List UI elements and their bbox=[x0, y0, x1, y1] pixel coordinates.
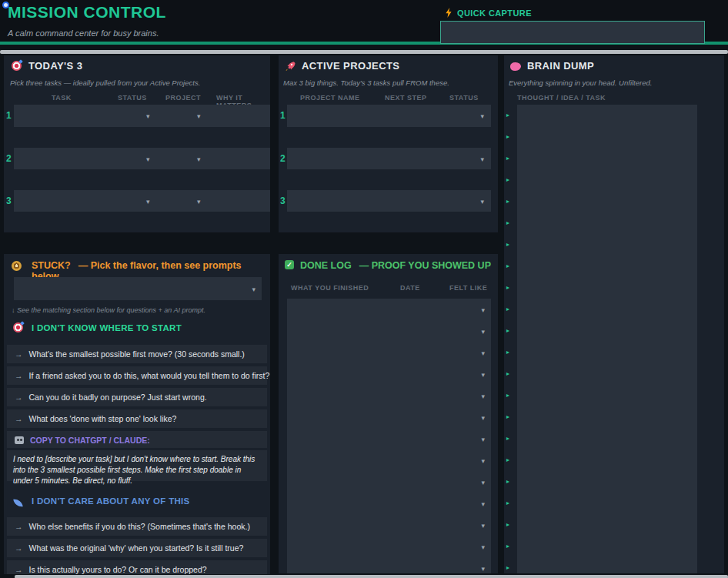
col-task: TASK bbox=[52, 94, 72, 102]
task-row-2[interactable]: ▾ ▾ bbox=[14, 148, 270, 169]
stuck-prompt: →Can you do it badly on purpose? Just st… bbox=[7, 388, 267, 406]
done-log-row[interactable]: ▾ bbox=[287, 449, 491, 471]
task-row-3[interactable]: ▾ ▾ bbox=[14, 190, 270, 212]
col-date: DATE bbox=[400, 284, 420, 292]
prompt-text: Is this actually yours to do? Or can it … bbox=[29, 565, 207, 574]
done-log-row[interactable]: ▾ bbox=[287, 471, 491, 493]
felt-like-dropdown-caret-icon[interactable]: ▾ bbox=[481, 306, 485, 314]
todays-3-subtitle: Pick three tasks — ideally pulled from y… bbox=[10, 79, 200, 87]
brain-dump-row-markers: ▸ ▸ ▸ ▸ ▸ ▸ ▸ ▸ ▸ ▸ ▸ ▸ bbox=[506, 105, 516, 573]
robot-icon bbox=[15, 436, 24, 444]
done-log-row[interactable]: ▾ bbox=[287, 406, 491, 428]
felt-like-dropdown-caret-icon[interactable]: ▾ bbox=[481, 565, 485, 573]
brain-dump-title: BRAIN DUMP bbox=[527, 60, 594, 72]
triangle-marker-icon: ▸ bbox=[506, 133, 509, 140]
row-number: 3 bbox=[280, 195, 286, 206]
col-thought-idea-task: THOUGHT / IDEA / TASK bbox=[517, 94, 606, 102]
arrow-icon: → bbox=[15, 371, 23, 380]
status-dropdown-caret-icon[interactable]: ▾ bbox=[480, 155, 484, 163]
target-icon bbox=[12, 61, 22, 71]
status-dropdown-caret-icon[interactable]: ▾ bbox=[480, 112, 484, 120]
row-marker: ▸ bbox=[506, 320, 516, 342]
quick-capture-input[interactable] bbox=[440, 21, 705, 44]
felt-like-dropdown-caret-icon[interactable]: ▾ bbox=[481, 457, 485, 465]
done-log-row[interactable]: ▾ bbox=[287, 385, 491, 406]
done-log-row[interactable]: ▾ bbox=[287, 320, 491, 342]
stuck-heading-start: I DON'T KNOW WHERE TO START bbox=[32, 323, 182, 332]
felt-like-dropdown-caret-icon[interactable]: ▾ bbox=[481, 479, 485, 486]
compass-icon bbox=[12, 261, 22, 271]
felt-like-dropdown-caret-icon[interactable]: ▾ bbox=[481, 414, 485, 422]
triangle-marker-icon: ▸ bbox=[506, 327, 509, 334]
ai-prompt-text[interactable]: I need to [describe your task] but I don… bbox=[7, 450, 267, 481]
project-dropdown-caret-icon[interactable]: ▾ bbox=[197, 155, 201, 163]
triangle-marker-icon: ▸ bbox=[506, 564, 509, 571]
col-status: STATUS bbox=[118, 94, 147, 102]
quick-capture-label: QUICK CAPTURE bbox=[457, 8, 532, 18]
done-log-title: DONE LOG— PROOF YOU SHOWED UP bbox=[300, 260, 491, 271]
row-marker: ▸ bbox=[506, 191, 516, 212]
row-marker: ▸ bbox=[506, 471, 516, 493]
col-what-you-finished: WHAT YOU FINISHED bbox=[291, 284, 369, 292]
project-row-2[interactable]: ▾ bbox=[287, 148, 491, 169]
brain-dump-subtitle: Everything spinning in your head. Unfilt… bbox=[509, 79, 652, 87]
triangle-marker-icon: ▸ bbox=[506, 456, 509, 463]
project-dropdown-caret-icon[interactable]: ▾ bbox=[197, 112, 201, 120]
done-log-row[interactable]: ▾ bbox=[287, 299, 491, 320]
felt-like-dropdown-caret-icon[interactable]: ▾ bbox=[481, 436, 485, 443]
felt-like-dropdown-caret-icon[interactable]: ▾ bbox=[481, 349, 485, 357]
horizontal-scrollbar-top[interactable] bbox=[0, 50, 728, 54]
done-log-row[interactable]: ▾ bbox=[287, 493, 491, 514]
ai-copy-label-row: COPY TO CHATGPT / CLAUDE: bbox=[7, 431, 267, 448]
done-log-row[interactable]: ▾ bbox=[287, 514, 491, 536]
row-marker: ▸ bbox=[506, 212, 516, 234]
app-header: MISSION CONTROL A calm command center fo… bbox=[0, 0, 728, 45]
done-log-row[interactable]: ▾ bbox=[287, 342, 491, 363]
triangle-marker-icon: ▸ bbox=[506, 435, 509, 442]
triangle-marker-icon: ▸ bbox=[506, 543, 509, 550]
target-icon bbox=[13, 322, 23, 332]
felt-like-dropdown-caret-icon[interactable]: ▾ bbox=[481, 522, 485, 530]
done-log-list[interactable]: ▾ ▾ ▾ ▾ ▾ ▾ ▾ ▾ ▾ ▾ ▾ ▾ bbox=[287, 299, 491, 573]
stuck-flavor-select[interactable]: ▾ bbox=[14, 277, 262, 300]
active-projects-title: ACTIVE PROJECTS bbox=[302, 60, 399, 72]
horizontal-scrollbar-bottom[interactable] bbox=[15, 575, 728, 578]
triangle-marker-icon: ▸ bbox=[506, 521, 509, 528]
project-dropdown-caret-icon[interactable]: ▾ bbox=[197, 198, 201, 205]
task-row-1[interactable]: ▾ ▾ bbox=[14, 105, 270, 127]
done-log-row[interactable]: ▾ bbox=[287, 557, 491, 573]
status-dropdown-caret-icon[interactable]: ▾ bbox=[146, 155, 150, 163]
triangle-marker-icon: ▸ bbox=[506, 392, 509, 399]
arrow-icon: → bbox=[15, 349, 23, 359]
checkbox-icon: ✓ bbox=[285, 260, 294, 269]
felt-like-dropdown-caret-icon[interactable]: ▾ bbox=[481, 393, 485, 400]
project-row-1[interactable]: ▾ bbox=[287, 105, 491, 127]
mission-control-app: MISSION CONTROL A calm command center fo… bbox=[0, 0, 728, 578]
stuck-heading-dont-care: I DON'T CARE ABOUT ANY OF THIS bbox=[32, 496, 190, 506]
triangle-marker-icon: ▸ bbox=[506, 349, 509, 356]
brain-dump-input-list[interactable] bbox=[517, 105, 697, 573]
status-dropdown-caret-icon[interactable]: ▾ bbox=[480, 198, 484, 205]
row-marker: ▸ bbox=[506, 536, 516, 557]
done-log-row[interactable]: ▾ bbox=[287, 536, 491, 557]
row-marker: ▸ bbox=[506, 557, 516, 573]
brain-icon bbox=[510, 62, 521, 71]
felt-like-dropdown-caret-icon[interactable]: ▾ bbox=[481, 371, 485, 379]
done-log-row[interactable]: ▾ bbox=[287, 428, 491, 449]
triangle-marker-icon: ▸ bbox=[506, 155, 509, 162]
row-marker: ▸ bbox=[506, 126, 516, 148]
row-marker: ▸ bbox=[506, 299, 516, 320]
select-caret-icon[interactable]: ▾ bbox=[252, 286, 255, 293]
status-dropdown-caret-icon[interactable]: ▾ bbox=[146, 198, 150, 205]
done-log-title-suffix: — PROOF YOU SHOWED UP bbox=[359, 260, 491, 271]
status-dropdown-caret-icon[interactable]: ▾ bbox=[146, 112, 150, 120]
done-log-title-text: DONE LOG bbox=[300, 260, 352, 271]
felt-like-dropdown-caret-icon[interactable]: ▾ bbox=[481, 543, 485, 551]
felt-like-dropdown-caret-icon[interactable]: ▾ bbox=[481, 500, 485, 508]
project-row-3[interactable]: ▾ bbox=[287, 190, 491, 212]
done-log-row[interactable]: ▾ bbox=[287, 363, 491, 385]
triangle-marker-icon: ▸ bbox=[506, 262, 509, 269]
row-marker: ▸ bbox=[506, 385, 516, 406]
rocket-icon bbox=[285, 61, 296, 72]
felt-like-dropdown-caret-icon[interactable]: ▾ bbox=[481, 328, 485, 336]
